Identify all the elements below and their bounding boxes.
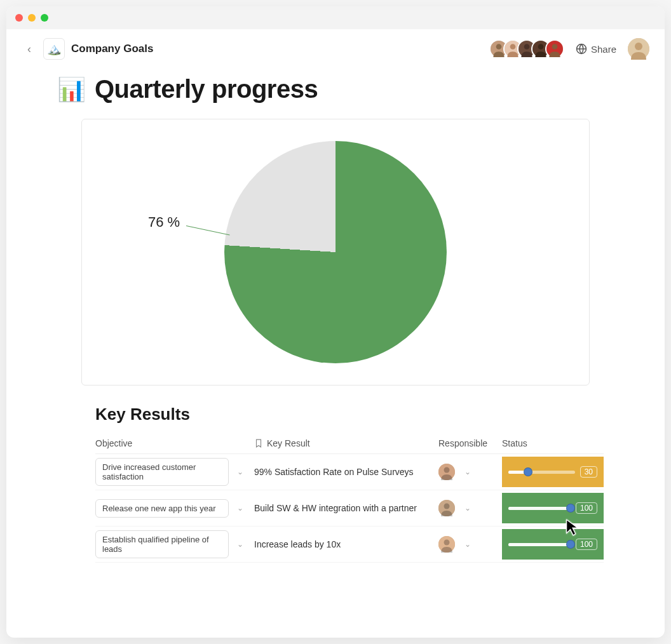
- chevron-down-icon[interactable]: ⌄: [460, 540, 475, 549]
- back-button[interactable]: ‹: [22, 41, 37, 57]
- status-slider[interactable]: 100: [502, 529, 604, 560]
- key-results-heading: Key Results: [95, 405, 614, 424]
- current-user-avatar[interactable]: [628, 38, 649, 60]
- svg-point-1: [496, 44, 502, 50]
- chart-percent-label: 76 %: [148, 214, 180, 231]
- status-value-badge: 100: [576, 539, 597, 550]
- objective-chip[interactable]: Release one new app this year: [95, 499, 229, 518]
- traffic-light-zoom[interactable]: [41, 14, 48, 22]
- traffic-light-close[interactable]: [15, 14, 23, 22]
- chevron-down-icon[interactable]: ⌄: [233, 540, 248, 549]
- svg-point-9: [552, 44, 558, 50]
- window-titlebar: [6, 6, 665, 29]
- svg-point-14: [444, 467, 450, 473]
- svg-point-16: [444, 504, 450, 509]
- page-title[interactable]: Quarterly progress: [95, 75, 318, 104]
- table-row: Release one new app this year⌄Build SW &…: [95, 490, 604, 527]
- key-result-text[interactable]: Increase leads by 10x: [254, 539, 341, 549]
- table-row: Establish qualified pipeline of leads⌄In…: [95, 527, 604, 563]
- chevron-down-icon[interactable]: ⌄: [233, 504, 248, 513]
- objective-chip[interactable]: Establish qualified pipeline of leads: [95, 530, 229, 558]
- workspace-title[interactable]: Company Goals: [71, 43, 153, 55]
- page-icon[interactable]: 📊: [57, 76, 86, 103]
- chevron-down-icon[interactable]: ⌄: [460, 504, 475, 513]
- chevron-down-icon[interactable]: ⌄: [460, 467, 475, 476]
- objective-chip[interactable]: Drive increased customer satisfaction: [95, 458, 229, 486]
- col-status[interactable]: Status: [502, 438, 604, 448]
- slider-thumb[interactable]: [524, 467, 532, 476]
- table-header: Objective Key Result Responsible Status: [95, 433, 604, 454]
- traffic-light-minimize[interactable]: [28, 14, 36, 22]
- bookmark-icon: [254, 439, 263, 448]
- collaborator-avatar[interactable]: [545, 39, 564, 58]
- status-value-badge: 100: [576, 502, 597, 514]
- col-objective[interactable]: Objective: [95, 438, 254, 448]
- table-row: Drive increased customer satisfaction⌄99…: [95, 454, 604, 490]
- collaborator-stack[interactable]: [489, 39, 564, 58]
- status-slider[interactable]: 100: [502, 493, 604, 523]
- workspace-icon[interactable]: 🏔️: [43, 38, 65, 60]
- progress-pie-chart: [224, 141, 447, 363]
- responsible-avatar[interactable]: [438, 500, 455, 516]
- col-responsible[interactable]: Responsible: [438, 438, 502, 448]
- responsible-avatar[interactable]: [438, 464, 455, 480]
- status-slider[interactable]: 30: [502, 457, 604, 487]
- chevron-down-icon[interactable]: ⌄: [233, 467, 248, 476]
- svg-point-18: [444, 540, 450, 546]
- share-label: Share: [591, 44, 616, 55]
- globe-icon: [576, 43, 587, 55]
- svg-point-5: [524, 44, 530, 50]
- key-result-text[interactable]: Build SW & HW integration with a partner: [254, 503, 417, 513]
- progress-chart-card: 76 %: [81, 119, 590, 386]
- svg-point-3: [510, 44, 516, 50]
- svg-point-7: [538, 44, 544, 50]
- key-result-text[interactable]: 99% Satisfaction Rate on Pulse Surveys: [254, 467, 414, 477]
- status-value-badge: 30: [580, 466, 597, 478]
- share-button[interactable]: Share: [576, 43, 616, 55]
- slider-thumb[interactable]: [566, 504, 575, 513]
- slider-thumb[interactable]: [566, 540, 575, 549]
- col-key-result[interactable]: Key Result: [254, 438, 438, 448]
- responsible-avatar[interactable]: [438, 536, 455, 553]
- svg-point-12: [635, 43, 642, 50]
- chart-leader-line: [186, 225, 230, 236]
- key-results-table: Objective Key Result Responsible Status …: [95, 433, 604, 563]
